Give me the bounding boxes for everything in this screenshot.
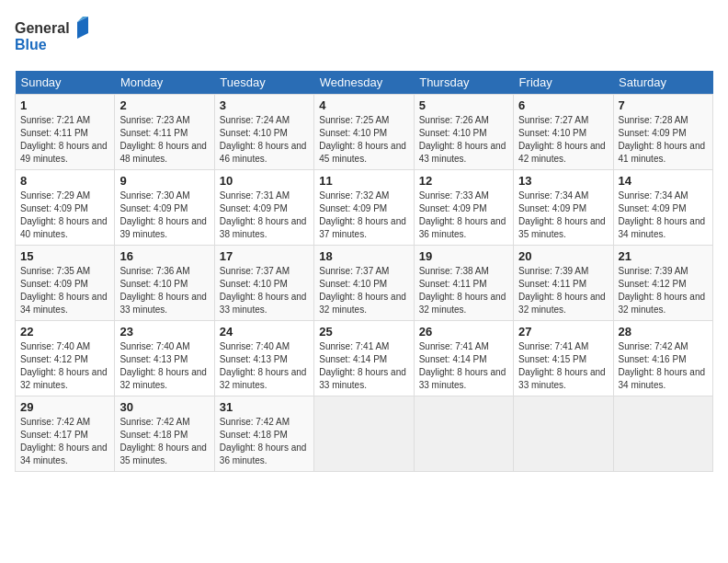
day-info: Sunrise: 7:40 AM Sunset: 4:13 PM Dayligh… [220, 340, 309, 392]
day-info: Sunrise: 7:34 AM Sunset: 4:09 PM Dayligh… [619, 190, 708, 241]
sunrise-label: Sunrise: 7:33 AM [419, 190, 489, 201]
calendar-week-1: 1 Sunrise: 7:21 AM Sunset: 4:11 PM Dayli… [16, 95, 713, 170]
sunrise-label: Sunrise: 7:40 AM [119, 341, 189, 351]
sunset-label: Sunset: 4:10 PM [220, 279, 288, 289]
sunrise-label: Sunrise: 7:42 AM [119, 417, 189, 427]
sunset-label: Sunset: 4:15 PM [518, 354, 586, 364]
calendar-cell: 12 Sunrise: 7:33 AM Sunset: 4:09 PM Dayl… [414, 170, 513, 246]
day-header-monday: Monday [115, 71, 214, 95]
sunset-label: Sunset: 4:10 PM [319, 279, 387, 289]
daylight-label: Daylight: 8 hours and 33 minutes. [518, 367, 606, 390]
sunrise-label: Sunrise: 7:39 AM [619, 266, 688, 276]
daylight-label: Daylight: 8 hours and 36 minutes. [419, 216, 506, 239]
svg-text:General: General [15, 20, 70, 36]
day-number: 8 [20, 174, 109, 188]
calendar-cell: 24 Sunrise: 7:40 AM Sunset: 4:13 PM Dayl… [214, 321, 313, 396]
sunrise-label: Sunrise: 7:40 AM [20, 341, 90, 351]
sunrise-label: Sunrise: 7:37 AM [319, 266, 389, 276]
calendar-cell: 18 Sunrise: 7:37 AM Sunset: 4:10 PM Dayl… [314, 246, 414, 321]
sunset-label: Sunset: 4:14 PM [419, 354, 487, 364]
daylight-label: Daylight: 8 hours and 45 minutes. [319, 141, 406, 164]
daylight-label: Daylight: 8 hours and 41 minutes. [619, 141, 706, 164]
day-info: Sunrise: 7:32 AM Sunset: 4:09 PM Dayligh… [319, 190, 408, 241]
day-number: 22 [20, 325, 109, 339]
day-number: 20 [518, 249, 608, 263]
day-number: 4 [319, 98, 408, 112]
calendar-cell: 17 Sunrise: 7:37 AM Sunset: 4:10 PM Dayl… [214, 246, 313, 321]
sunset-label: Sunset: 4:10 PM [419, 128, 487, 138]
day-number: 24 [220, 325, 309, 339]
sunset-label: Sunset: 4:11 PM [518, 279, 586, 289]
sunset-label: Sunset: 4:16 PM [619, 354, 687, 364]
day-number: 26 [419, 325, 508, 339]
calendar-cell: 6 Sunrise: 7:27 AM Sunset: 4:10 PM Dayli… [514, 95, 613, 170]
calendar-cell: 25 Sunrise: 7:41 AM Sunset: 4:14 PM Dayl… [314, 321, 414, 396]
calendar-cell: 5 Sunrise: 7:26 AM Sunset: 4:10 PM Dayli… [414, 95, 513, 170]
day-header-tuesday: Tuesday [214, 71, 313, 95]
day-number: 25 [319, 325, 408, 339]
daylight-label: Daylight: 8 hours and 36 minutes. [220, 442, 307, 465]
day-number: 2 [119, 98, 209, 112]
daylight-label: Daylight: 8 hours and 39 minutes. [119, 216, 207, 239]
calendar-cell: 13 Sunrise: 7:34 AM Sunset: 4:09 PM Dayl… [514, 170, 613, 246]
logo-text: General Blue [15, 15, 97, 60]
sunrise-label: Sunrise: 7:21 AM [20, 115, 90, 125]
sunset-label: Sunset: 4:09 PM [619, 128, 687, 138]
day-info: Sunrise: 7:24 AM Sunset: 4:10 PM Dayligh… [220, 114, 309, 166]
daylight-label: Daylight: 8 hours and 40 minutes. [20, 216, 108, 239]
sunset-label: Sunset: 4:14 PM [319, 354, 387, 364]
header: General Blue [15, 15, 713, 60]
sunrise-label: Sunrise: 7:28 AM [619, 115, 688, 125]
daylight-label: Daylight: 8 hours and 34 minutes. [20, 442, 108, 465]
day-info: Sunrise: 7:23 AM Sunset: 4:11 PM Dayligh… [119, 114, 209, 166]
calendar-cell: 7 Sunrise: 7:28 AM Sunset: 4:09 PM Dayli… [613, 95, 712, 170]
calendar-week-3: 15 Sunrise: 7:35 AM Sunset: 4:09 PM Dayl… [16, 246, 713, 321]
sunrise-label: Sunrise: 7:41 AM [419, 341, 489, 351]
calendar-cell: 9 Sunrise: 7:30 AM Sunset: 4:09 PM Dayli… [115, 170, 214, 246]
day-number: 11 [319, 174, 408, 188]
day-info: Sunrise: 7:26 AM Sunset: 4:10 PM Dayligh… [419, 114, 508, 166]
daylight-label: Daylight: 8 hours and 32 minutes. [419, 292, 506, 315]
sunrise-label: Sunrise: 7:29 AM [20, 190, 90, 201]
sunset-label: Sunset: 4:11 PM [20, 128, 88, 138]
day-number: 7 [619, 98, 708, 112]
day-info: Sunrise: 7:37 AM Sunset: 4:10 PM Dayligh… [319, 265, 408, 316]
day-info: Sunrise: 7:39 AM Sunset: 4:12 PM Dayligh… [619, 265, 708, 316]
daylight-label: Daylight: 8 hours and 32 minutes. [319, 292, 406, 315]
sunrise-label: Sunrise: 7:42 AM [20, 417, 90, 427]
daylight-label: Daylight: 8 hours and 34 minutes. [619, 216, 706, 239]
sunset-label: Sunset: 4:09 PM [119, 203, 188, 213]
day-info: Sunrise: 7:39 AM Sunset: 4:11 PM Dayligh… [518, 265, 608, 316]
page-container: General Blue SundayMondayTuesdayWednesda… [0, 0, 728, 481]
sunrise-label: Sunrise: 7:42 AM [619, 341, 688, 351]
daylight-label: Daylight: 8 hours and 48 minutes. [119, 141, 207, 164]
calendar-cell: 22 Sunrise: 7:40 AM Sunset: 4:12 PM Dayl… [16, 321, 115, 396]
day-number: 1 [20, 98, 109, 112]
calendar-cell: 15 Sunrise: 7:35 AM Sunset: 4:09 PM Dayl… [16, 246, 115, 321]
sunrise-label: Sunrise: 7:32 AM [319, 190, 389, 201]
day-info: Sunrise: 7:40 AM Sunset: 4:13 PM Dayligh… [119, 340, 209, 392]
day-number: 27 [518, 325, 608, 339]
day-info: Sunrise: 7:36 AM Sunset: 4:10 PM Dayligh… [119, 265, 209, 316]
day-info: Sunrise: 7:21 AM Sunset: 4:11 PM Dayligh… [20, 114, 109, 166]
calendar-cell: 30 Sunrise: 7:42 AM Sunset: 4:18 PM Dayl… [115, 396, 214, 472]
calendar-cell: 1 Sunrise: 7:21 AM Sunset: 4:11 PM Dayli… [16, 95, 115, 170]
day-info: Sunrise: 7:41 AM Sunset: 4:15 PM Dayligh… [518, 340, 608, 392]
day-number: 3 [220, 98, 309, 112]
sunset-label: Sunset: 4:13 PM [220, 354, 288, 364]
sunset-label: Sunset: 4:13 PM [119, 354, 188, 364]
calendar-cell: 2 Sunrise: 7:23 AM Sunset: 4:11 PM Dayli… [115, 95, 214, 170]
daylight-label: Daylight: 8 hours and 43 minutes. [419, 141, 506, 164]
sunset-label: Sunset: 4:12 PM [619, 279, 687, 289]
day-info: Sunrise: 7:34 AM Sunset: 4:09 PM Dayligh… [518, 190, 608, 241]
calendar-cell: 3 Sunrise: 7:24 AM Sunset: 4:10 PM Dayli… [214, 95, 313, 170]
calendar-week-5: 29 Sunrise: 7:42 AM Sunset: 4:17 PM Dayl… [16, 396, 713, 472]
calendar-cell: 26 Sunrise: 7:41 AM Sunset: 4:14 PM Dayl… [414, 321, 513, 396]
calendar-cell: 19 Sunrise: 7:38 AM Sunset: 4:11 PM Dayl… [414, 246, 513, 321]
daylight-label: Daylight: 8 hours and 35 minutes. [119, 442, 207, 465]
calendar-table: SundayMondayTuesdayWednesdayThursdayFrid… [15, 71, 713, 472]
sunset-label: Sunset: 4:09 PM [319, 203, 387, 213]
sunrise-label: Sunrise: 7:41 AM [319, 341, 389, 351]
sunrise-label: Sunrise: 7:30 AM [119, 190, 189, 201]
logo: General Blue [15, 15, 97, 60]
